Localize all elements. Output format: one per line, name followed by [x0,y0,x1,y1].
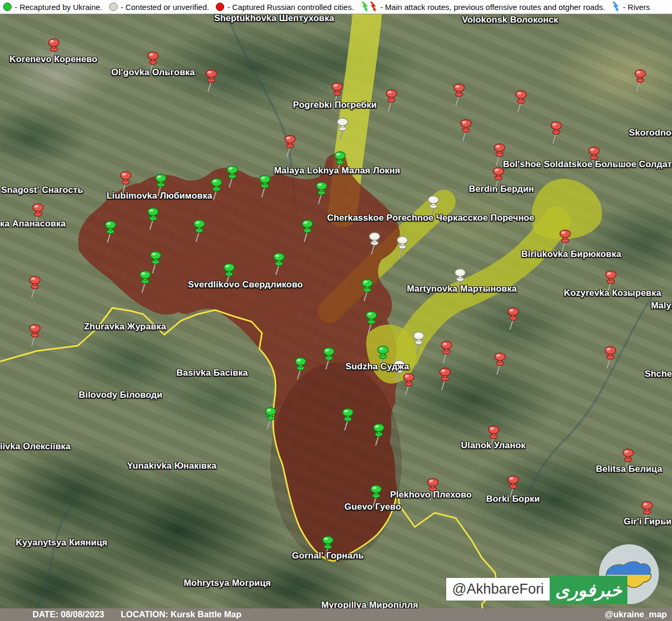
map-pin-green[interactable] [314,182,330,205]
map-pin-green[interactable] [153,174,169,197]
map-pin-green[interactable] [340,408,356,431]
map-pin-green[interactable] [293,357,309,380]
map-pin-red[interactable] [549,121,564,144]
map-pin-red[interactable] [506,475,521,499]
map-pin-green[interactable] [138,271,153,294]
map-pin-red[interactable] [639,501,655,524]
map-pin-red[interactable] [384,89,400,112]
map-pin-red[interactable] [145,51,161,75]
map-pin-red[interactable] [633,69,648,92]
map-pin-red[interactable] [486,426,502,449]
map-pin-red[interactable] [437,368,453,391]
kursk-battle-map-screenshot: Sheptukhovka ШептуховкаVolokonsk Волокон… [0,0,672,621]
map-pin-red[interactable] [204,69,219,92]
map-pin-green[interactable] [300,220,316,243]
map-pin-green[interactable] [321,347,337,370]
watermark-farsi-text: خبرفوری [555,579,622,601]
watermark-farsi: خبرفوری [550,576,627,604]
map-pin-red[interactable] [558,230,573,253]
river-arrow-icon [612,2,620,12]
legend-item-label: - Main attack routes, previous offensive… [380,3,605,12]
map-pin-green[interactable] [320,536,336,559]
legend-item-label: - Rivers [623,3,650,12]
watermark-handle-text: @AkhbareFori [452,581,543,597]
legend-item: - Captured Russian controlled cities. [216,3,354,12]
map-pin-red[interactable] [118,171,134,194]
legend-item-label: - Contested or unverified. [121,3,209,12]
map-pin-green[interactable] [257,175,273,198]
map-pin-white[interactable] [453,268,468,292]
map-pin-red[interactable] [27,324,43,347]
map-pin-green[interactable] [271,253,287,276]
captured-dot-icon [216,3,224,11]
map-pin-green[interactable] [360,279,375,302]
watermark-handle: @AkhbareFori [446,578,550,601]
map-pin-green[interactable] [225,165,240,189]
map-pin-green[interactable] [332,151,348,174]
legend-item: - Contested or unverified. [109,3,209,12]
footer-location: LOCATION: Kursk Battle Map [121,609,242,619]
map-pin-red[interactable] [492,143,508,167]
map-pin-green[interactable] [364,311,380,334]
map-pin-white[interactable] [426,195,442,219]
legend-item: - Main attack routes, previous offensive… [361,2,605,12]
attack-route-arrows-icon [361,2,377,12]
legend-item: - Recaptured by Ukraine. [3,3,102,12]
map-pin-white[interactable] [395,236,411,259]
legend-item: - Rivers [612,2,650,12]
footer-date: DATE: 08/08/2023 [33,609,104,619]
footer-handle: @ukraine_map [605,609,667,619]
map-pin-red[interactable] [492,353,508,376]
legend-item-label: - Captured Russian controlled cities. [227,3,354,12]
map-pin-green[interactable] [103,221,119,244]
map-pin-green[interactable] [369,485,384,508]
map-pin-white[interactable] [367,232,383,255]
map-pin-red[interactable] [506,307,521,330]
map-pin-red[interactable] [330,82,345,106]
map-pin-green[interactable] [145,208,161,231]
map-pin-red[interactable] [603,271,619,294]
map-pin-green[interactable] [209,178,225,201]
map-pin-red[interactable] [513,90,529,113]
map-pin-red[interactable] [586,147,602,170]
map-pin-red[interactable] [401,373,417,396]
pins-layer [0,0,672,621]
map-pin-red[interactable] [621,449,636,472]
map-pin-green[interactable] [192,220,207,243]
map-pin-red[interactable] [439,341,455,364]
map-pin-red[interactable] [458,119,474,142]
map-pin-red[interactable] [491,167,507,190]
map-pin-red[interactable] [282,135,298,158]
map-pin-red[interactable] [30,203,46,226]
legend-bar: - Recaptured by Ukraine.- Contested or u… [0,0,672,14]
map-pin-white[interactable] [411,332,427,355]
map-pin-red[interactable] [603,346,618,369]
map-pin-green[interactable] [371,423,387,447]
footer-bar: DATE: 08/08/2023 LOCATION: Kursk Battle … [0,608,672,621]
map-pin-red[interactable] [425,478,441,501]
contested-dot-icon [109,3,118,11]
map-pin-red[interactable] [452,84,467,107]
map-pin-green[interactable] [263,407,279,430]
legend-item-label: - Recaptured by Ukraine. [15,3,102,12]
recaptured-dot-icon [3,3,12,11]
map-pin-green[interactable] [375,346,391,369]
map-pin-white[interactable] [335,118,351,141]
map-pin-red[interactable] [46,38,62,61]
map-pin-green[interactable] [222,263,237,286]
map-pin-red[interactable] [27,276,43,299]
